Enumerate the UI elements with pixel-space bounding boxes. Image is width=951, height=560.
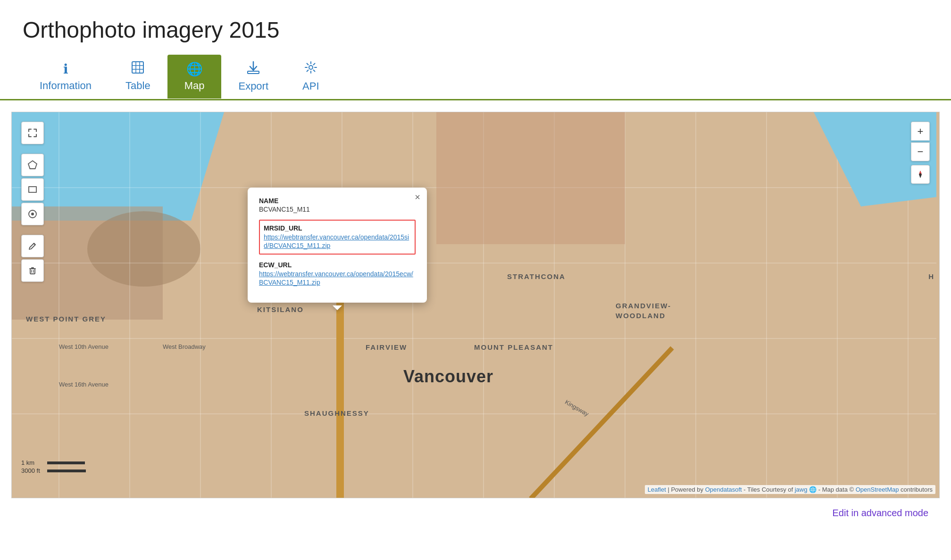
map-label-w16th: West 16th Avenue [59,381,108,388]
map-popup: × NAME BCVANC15_M11 MRSID_URL https://we… [248,188,427,303]
map-label-west-point-grey: WEST POINT GREY [26,315,106,323]
svg-point-9 [87,211,200,287]
edit-advanced-link[interactable]: Edit in advanced mode [833,508,928,519]
page-title: Orthophoto imagery 2015 [0,0,951,54]
scale-ft-bar [47,469,86,472]
svg-rect-27 [336,277,344,498]
leaflet-link[interactable]: Leaflet [648,486,666,493]
jawg-link[interactable]: jawg [795,486,808,493]
bottom-bar: Edit in advanced mode [0,498,951,528]
tabs-bar: ℹ Information Table 🌐 Map [0,54,951,100]
map-icon: 🌐 [186,61,203,77]
popup-name-label: NAME [259,197,416,205]
delete-draw-button[interactable] [21,259,44,282]
popup-name-section: NAME BCVANC15_M11 [259,197,416,213]
attribution-separator: | Powered by [667,486,705,493]
map-label-fairview: FAIRVIEW [366,343,407,351]
rectangle-draw-button[interactable] [21,178,44,201]
scale-km: 1 km [21,459,86,466]
svg-line-28 [531,348,672,498]
popup-name-value: BCVANC15_M11 [259,206,416,213]
compass-button[interactable] [911,165,930,184]
popup-ecw-label: ECW_URL [259,261,416,269]
export-icon [247,61,259,77]
opendatasoft-link[interactable]: Opendatasoft [705,486,742,493]
tab-map[interactable]: 🌐 Map [167,55,222,99]
tab-table-label: Table [125,80,150,92]
pentagon-draw-button[interactable] [21,154,44,176]
map-label-mount-pleasant: MOUNT PLEASANT [474,343,553,351]
api-icon [304,61,317,77]
popup-ecw-url[interactable]: https://webtransfer.vancouver.ca/opendat… [259,270,413,286]
popup-mrsid-section: MRSID_URL https://webtransfer.vancouver.… [259,220,416,255]
tab-export[interactable]: Export [221,54,285,99]
tab-map-label: Map [184,80,205,92]
popup-ecw-section: ECW_URL https://webtransfer.vancouver.ca… [259,261,416,287]
map-scale: 1 km 3000 ft [21,459,86,475]
map-label-vancouver: Vancouver [403,367,493,387]
map-label-grandview: GRANDVIEW-WOODLAND [616,301,671,321]
attribution-jawg-icon: 🌐 [809,486,818,493]
map-label-shaughnessy: SHAUGHNESSY [304,409,369,417]
svg-point-33 [31,213,34,215]
circle-draw-button[interactable] [21,203,44,225]
map-controls-right: + − [911,122,930,184]
fullscreen-button[interactable] [21,122,44,144]
tab-information-label: Information [40,80,92,92]
map-label-w-broadway: West Broadway [163,343,206,350]
svg-rect-5 [248,71,259,74]
popup-mrsid-url[interactable]: https://webtransfer.vancouver.ca/opendat… [264,233,409,249]
map-controls-left [21,122,44,282]
map-label-kitsilano: KITSILANO [257,305,304,313]
svg-rect-34 [30,269,35,274]
information-icon: ℹ [63,61,68,77]
map-attribution: Leaflet | Powered by Opendatasoft - Tile… [645,485,935,494]
svg-rect-31 [29,187,36,192]
tab-information[interactable]: ℹ Information [23,55,108,99]
map-label-h: H [928,272,934,280]
attribution-contributors: contributors [901,486,933,493]
svg-marker-30 [28,161,37,169]
popup-mrsid-label: MRSID_URL [264,224,411,232]
scale-ft: 3000 ft [21,467,86,474]
zoom-out-button[interactable]: − [911,142,930,161]
attribution-tiles: - Tiles Courtesy of [743,486,794,493]
tab-table[interactable]: Table [108,55,167,99]
map-background [12,112,939,498]
table-icon [132,61,144,77]
tab-api[interactable]: API [285,54,336,99]
edit-draw-button[interactable] [21,235,44,257]
tab-export-label: Export [238,80,268,92]
page-container: Orthophoto imagery 2015 ℹ Information Ta… [0,0,951,560]
svg-rect-29 [436,112,625,244]
svg-rect-0 [132,62,143,73]
popup-close-button[interactable]: × [415,192,420,202]
tab-api-label: API [302,80,319,92]
osm-link[interactable]: OpenStreetMap [856,486,899,493]
zoom-in-button[interactable]: + [911,122,930,140]
map-label-strathcona: STRATHCONA [507,272,566,280]
attribution-map-data: - Map data © [818,486,856,493]
scale-km-bar [47,461,85,464]
svg-point-6 [309,66,313,69]
map-label-w10th: West 10th Avenue [59,343,108,350]
map-container[interactable]: STRATHCONA GRANDVIEW-WOODLAND KITSILANO … [11,112,940,498]
